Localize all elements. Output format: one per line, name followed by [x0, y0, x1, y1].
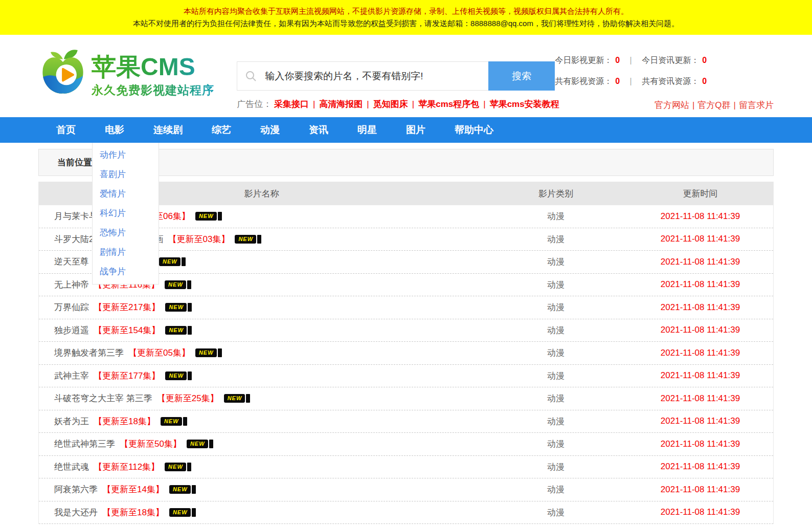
dropdown-menu-item[interactable]: 爱情片 [93, 184, 159, 204]
movie-name-cell: 独步逍遥 【更新至154集】 NEW [39, 324, 484, 336]
column-header-category: 影片类别 [484, 188, 627, 200]
search-button[interactable]: 搜索 [488, 61, 555, 91]
movie-update-time-cell: 2021-11-08 11:41:39 [627, 279, 773, 290]
official-link[interactable]: 官方网站 [655, 100, 689, 110]
new-badge: NEW [169, 508, 196, 517]
nav-item[interactable]: 资讯 [309, 123, 328, 137]
new-badge: NEW [195, 212, 222, 221]
nav-item[interactable]: 图片 [406, 123, 425, 137]
dropdown-menu-item[interactable]: 喜剧片 [93, 165, 159, 184]
movie-title-link[interactable]: 绝世武神第三季 [54, 438, 115, 450]
table-row: 妖者为王 【更新至18集】 NEW 动漫 2021-11-08 11:41:39 [39, 410, 773, 433]
movie-category-cell[interactable]: 动漫 [484, 233, 627, 245]
new-badge-text: NEW [165, 303, 187, 312]
movie-title-link[interactable]: 逆天至尊 [54, 256, 89, 268]
movie-title-link[interactable]: 斗破苍穹之大主宰 第三季 [54, 392, 152, 404]
new-badge-text: NEW [169, 485, 191, 494]
new-badge-text: NEW [165, 326, 187, 335]
nav-item[interactable]: 首页 [56, 123, 76, 137]
new-badge-tab [183, 417, 187, 426]
movie-title-link[interactable]: 万界仙踪 [54, 301, 89, 313]
movie-update-time-cell: 2021-11-08 11:41:39 [627, 257, 773, 267]
movie-title-link[interactable]: 武神主宰 [54, 370, 89, 382]
movie-category-cell[interactable]: 动漫 [484, 461, 627, 473]
movie-title-link[interactable]: 妖者为王 [54, 415, 89, 427]
nav-item[interactable]: 综艺 [212, 123, 231, 137]
movie-name-cell: 绝世武魂 【更新至112集】 NEW [39, 461, 484, 473]
dropdown-menu-item[interactable]: 剧情片 [93, 243, 159, 262]
new-badge-text: NEW [195, 348, 217, 357]
ad-link[interactable]: 采集接口 [274, 99, 309, 109]
movie-title-link[interactable]: 绝世武魂 [54, 461, 89, 473]
movie-category-cell[interactable]: 动漫 [484, 484, 627, 495]
dropdown-menu-item[interactable]: 战争片 [93, 262, 159, 281]
ad-link[interactable]: 觅知图床 [373, 99, 408, 109]
new-badge: NEW [159, 257, 186, 266]
new-badge-text: NEW [161, 417, 182, 426]
nav-item[interactable]: 电影 [105, 123, 124, 137]
movie-category-cell[interactable]: 动漫 [484, 324, 627, 336]
new-badge-tab [192, 485, 196, 494]
movie-category-cell[interactable]: 动漫 [484, 347, 627, 359]
separator: | [412, 99, 414, 109]
new-badge-text: NEW [224, 394, 245, 403]
movie-category-cell[interactable]: 动漫 [484, 210, 627, 222]
new-badge-text: NEW [169, 508, 191, 517]
new-badge: NEW [165, 303, 192, 312]
ad-links: 采集接口|高清海报图|觅知图床|苹果cms程序包|苹果cms安装教程 [274, 99, 559, 109]
new-badge-tab [188, 371, 192, 380]
movie-category-cell[interactable]: 动漫 [484, 279, 627, 291]
dropdown-menu-item[interactable]: 动作片 [93, 145, 159, 165]
new-badge-text: NEW [187, 440, 208, 448]
movie-update-time-cell: 2021-11-08 11:41:39 [627, 348, 773, 358]
site-header: 苹果CMS 永久免费影视建站程序 搜索 广告位： 采集接口|高清海报图|觅知图床… [0, 35, 812, 117]
apple-play-logo-icon [38, 45, 87, 108]
new-badge-text: NEW [165, 371, 187, 380]
ad-link[interactable]: 苹果cms安装教程 [490, 99, 559, 109]
movie-title-link[interactable]: 无上神帝 [54, 279, 89, 291]
movie-title-link[interactable]: 独步逍遥 [54, 324, 89, 336]
new-badge-tab [257, 235, 261, 244]
movie-title-link[interactable]: 境界触发者第三季 [54, 347, 124, 359]
new-badge-text: NEW [195, 212, 217, 221]
site-logo[interactable]: 苹果CMS 永久免费影视建站程序 [38, 35, 237, 117]
movie-category-cell[interactable]: 动漫 [484, 301, 627, 313]
movie-update-status: 【更新至177集】 [94, 370, 160, 382]
stats-row-totals: 共有影视资源：0 | 共有资讯资源：0 [555, 76, 774, 87]
movie-update-time-cell: 2021-11-08 11:41:39 [627, 439, 773, 449]
ad-link[interactable]: 高清海报图 [319, 99, 363, 109]
movie-update-time-cell: 2021-11-08 11:41:39 [627, 234, 773, 244]
table-row: 绝世武魂 【更新至112集】 NEW 动漫 2021-11-08 11:41:3… [39, 456, 773, 479]
table-row: 阿衰第六季 【更新至14集】 NEW 动漫 2021-11-08 11:41:3… [39, 478, 773, 501]
movie-category-cell[interactable]: 动漫 [484, 507, 627, 518]
movie-category-cell[interactable]: 动漫 [484, 415, 627, 427]
stat-label-video-total: 共有影视资源： [555, 77, 612, 85]
movie-update-status: 【更新至154集】 [94, 324, 160, 336]
movie-title-link[interactable]: 阿衰第六季 [54, 484, 98, 495]
new-badge: NEW [165, 326, 192, 335]
table-row: 万界仙踪 【更新至217集】 NEW 动漫 2021-11-08 11:41:3… [39, 296, 773, 319]
dropdown-menu-item[interactable]: 科幻片 [93, 204, 159, 223]
separator: | [734, 100, 736, 110]
search-input[interactable] [237, 61, 488, 91]
nav-item[interactable]: 帮助中心 [455, 123, 493, 137]
new-badge: NEW [187, 440, 213, 448]
movie-category-cell[interactable]: 动漫 [484, 370, 627, 382]
nav-item[interactable]: 连续剧 [153, 123, 183, 137]
movie-update-time-cell: 2021-11-08 11:41:39 [627, 462, 773, 472]
movie-category-cell[interactable]: 动漫 [484, 392, 627, 404]
new-badge-tab [218, 348, 222, 357]
movie-name-cell: 境界触发者第三季 【更新至05集】 NEW [39, 347, 484, 359]
movie-title-link[interactable]: 我是大还丹 [54, 507, 98, 518]
official-link[interactable]: 官方Q群 [697, 100, 730, 110]
search-area: 搜索 广告位： 采集接口|高清海报图|觅知图床|苹果cms程序包|苹果cms安装… [237, 61, 555, 117]
movie-category-cell[interactable]: 动漫 [484, 256, 627, 268]
movie-category-cell[interactable]: 动漫 [484, 438, 627, 450]
official-link[interactable]: 留言求片 [739, 100, 774, 110]
new-badge: NEW [195, 348, 222, 357]
nav-item[interactable]: 明星 [357, 123, 377, 137]
ad-link[interactable]: 苹果cms程序包 [418, 99, 479, 109]
new-badge: NEW [224, 394, 251, 403]
dropdown-menu-item[interactable]: 恐怖片 [93, 223, 159, 243]
nav-item[interactable]: 动漫 [260, 123, 280, 137]
